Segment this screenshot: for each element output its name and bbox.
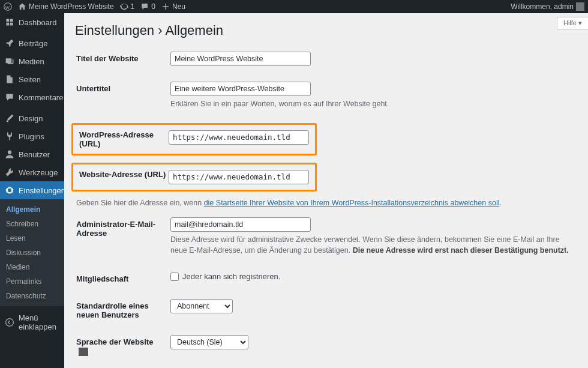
- translate-icon: [79, 348, 88, 356]
- label-site-url: Website-Adresse (URL): [79, 170, 167, 184]
- content: Hilfe ▾ Einstellungen › Allgemein Titel …: [64, 13, 588, 368]
- submenu-diskussion[interactable]: Diskussion: [0, 246, 64, 260]
- svg-point-1: [7, 59, 8, 61]
- submenu-schreiben[interactable]: Schreiben: [0, 217, 64, 231]
- label-role: Standardrolle eines neuen Benutzers: [76, 293, 169, 328]
- menu-plugins[interactable]: Plugins: [0, 127, 64, 145]
- svg-point-3: [6, 319, 14, 327]
- submenu-lesen[interactable]: Lesen: [0, 231, 64, 246]
- submenu-allgemein[interactable]: Allgemein: [0, 202, 64, 217]
- desc-admin-email: Diese Adresse wird für administrative Zw…: [170, 234, 576, 257]
- submenu: AllgemeinSchreibenLesenDiskussionMedienP…: [0, 199, 64, 306]
- page-title: Einstellungen › Allgemein: [75, 13, 577, 44]
- updates[interactable]: 1: [120, 2, 135, 11]
- select-lang[interactable]: Deutsch (Sie): [170, 335, 248, 349]
- submenu-medien[interactable]: Medien: [0, 260, 64, 274]
- admin-bar: Meine WordPress Website 1 0 Neu Willkomm…: [0, 0, 588, 13]
- input-admin-email[interactable]: [170, 217, 311, 232]
- menu-dashboard[interactable]: Dashboard: [0, 13, 64, 31]
- checkbox-membership[interactable]: [170, 273, 179, 281]
- membership-checkbox-row[interactable]: Jeder kann sich registrieren.: [170, 272, 576, 281]
- menu-medien[interactable]: Medien: [0, 52, 64, 70]
- label-site-title: Titel der Website: [76, 46, 169, 74]
- menu-seiten[interactable]: Seiten: [0, 70, 64, 88]
- submenu-permalinks[interactable]: Permalinks: [0, 274, 64, 289]
- label-lang: Sprache der Website: [76, 329, 169, 364]
- comments-count[interactable]: 0: [140, 2, 155, 11]
- input-site-title[interactable]: [170, 52, 311, 66]
- menu-beiträge[interactable]: Beiträge: [0, 34, 64, 52]
- label-timezone: Zeitzone: [76, 366, 169, 368]
- select-role[interactable]: Abonnent: [170, 299, 233, 313]
- svg-point-2: [8, 151, 11, 154]
- wp-logo[interactable]: [4, 2, 12, 11]
- account[interactable]: Willkommen, admin: [511, 2, 584, 11]
- desc-site-url: Geben Sie hier die Adresse ein, wenn die…: [76, 198, 576, 209]
- collapse-menu[interactable]: Menü einklappen: [0, 309, 64, 336]
- avatar-icon: [576, 2, 584, 11]
- submenu-datenschutz[interactable]: Datenschutz: [0, 289, 64, 303]
- label-wp-url: WordPress-Adresse (URL): [79, 130, 167, 148]
- svg-point-0: [4, 3, 12, 11]
- menu-benutzer[interactable]: Benutzer: [0, 145, 64, 163]
- label-membership: Mitgliedschaft: [76, 266, 169, 292]
- admin-menu: DashboardBeiträgeMedienSeitenKommentareD…: [0, 13, 64, 368]
- input-site-url[interactable]: [169, 170, 309, 184]
- label-admin-email: Administrator-E-Mail-Adresse: [76, 211, 169, 265]
- input-wp-url[interactable]: [169, 130, 309, 145]
- menu-design[interactable]: Design: [0, 109, 64, 127]
- site-name[interactable]: Meine WordPress Website: [18, 2, 114, 11]
- menu-kommentare[interactable]: Kommentare: [0, 88, 64, 106]
- input-tagline[interactable]: [170, 82, 311, 96]
- menu-einstellungen[interactable]: Einstellungen: [0, 181, 64, 199]
- new-content[interactable]: Neu: [161, 2, 185, 11]
- menu-werkzeuge[interactable]: Werkzeuge: [0, 163, 64, 181]
- label-tagline: Untertitel: [76, 76, 169, 118]
- link-siteurl-help[interactable]: die Startseite Ihrer Website von Ihrem W…: [204, 199, 500, 207]
- help-tab[interactable]: Hilfe ▾: [557, 17, 588, 29]
- desc-tagline: Erklären Sie in ein paar Worten, worum e…: [170, 98, 576, 110]
